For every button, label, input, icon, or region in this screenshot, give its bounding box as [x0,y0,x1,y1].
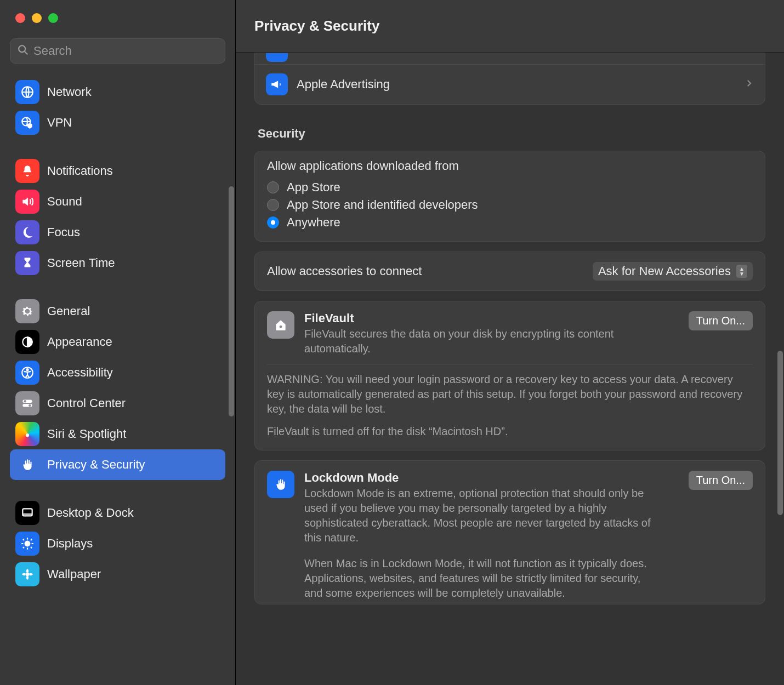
sidebar-item-wallpaper[interactable]: Wallpaper [10,559,225,590]
main-header: Privacy & Security [236,0,784,53]
svg-point-13 [25,541,30,546]
filevault-desc: FileVault secures the data on your disk … [304,327,628,356]
filevault-title: FileVault [304,311,679,326]
analytics-icon [266,53,288,62]
tracking-panel: Apple Advertising [254,53,765,105]
allow-apps-option-identified[interactable]: App Store and identified developers [267,196,753,214]
sidebar-item-label: Wallpaper [47,567,101,581]
apple-advertising-row[interactable]: Apple Advertising [255,64,765,104]
main-scrollbar[interactable] [777,351,783,515]
sidebar-item-network[interactable]: Network [10,77,225,107]
accessories-panel: Allow accessories to connect Ask for New… [254,252,765,291]
svg-rect-11 [22,509,32,516]
sidebar-nav: Network VPN Notifications Soun [0,71,235,685]
bell-icon [15,159,39,183]
svg-point-0 [19,45,25,52]
sidebar-item-desktop-dock[interactable]: Desktop & Dock [10,498,225,528]
accessories-select[interactable]: Ask for New Accessories ▲▼ [593,262,753,281]
lockdown-icon [267,471,294,498]
dock-icon [15,501,39,525]
sidebar-item-displays[interactable]: Displays [10,528,225,559]
apple-advertising-label: Apple Advertising [297,77,735,92]
filevault-turn-on-button[interactable]: Turn On... [689,311,753,330]
flower-icon [15,562,39,586]
svg-point-6 [26,369,28,370]
moon-icon [15,220,39,244]
accessibility-icon [15,361,39,385]
sidebar-item-label: Siri & Spotlight [47,427,126,441]
svg-point-10 [29,404,31,407]
svg-line-1 [25,51,28,54]
page-title: Privacy & Security [254,18,379,35]
sidebar-search[interactable] [10,38,225,64]
main-pane: Privacy & Security Apple Advertising Sec… [236,0,784,685]
lockdown-desc-1: Lockdown Mode is an extreme, optional pr… [304,486,655,545]
tracking-row-partial[interactable] [255,53,765,64]
close-window-button[interactable] [15,13,25,23]
security-heading: Security [258,127,762,141]
sidebar-item-vpn[interactable]: VPN [10,107,225,138]
globe-shield-icon [15,111,39,135]
sidebar-item-label: VPN [47,116,72,130]
sidebar-item-label: Accessibility [47,366,113,380]
radio-option-label: Anywhere [287,215,340,230]
radio-option-label: App Store [287,180,340,195]
allow-apps-option-anywhere[interactable]: Anywhere [267,214,753,231]
sidebar-item-appearance[interactable]: Appearance [10,327,225,357]
radio-icon [267,181,279,193]
sidebar-item-label: Privacy & Security [47,458,145,472]
svg-point-9 [24,400,26,402]
lockdown-desc-2: When Mac is in Lockdown Mode, it will no… [304,556,655,601]
sidebar-item-general[interactable]: General [10,296,225,327]
sidebar-item-focus[interactable]: Focus [10,217,225,248]
sidebar-item-label: Desktop & Dock [47,506,134,520]
sidebar-item-label: Network [47,85,92,99]
accessories-value: Ask for New Accessories [598,264,731,278]
sidebar-item-label: Displays [47,536,93,551]
sidebar-item-label: Appearance [47,335,112,349]
globe-icon [15,80,39,104]
up-down-stepper-icon: ▲▼ [736,265,747,278]
lockdown-panel: Lockdown Mode Lockdown Mode is an extrem… [254,460,765,604]
filevault-panel: FileVault FileVault secures the data on … [254,301,765,450]
hand-icon [15,453,39,477]
sidebar-item-label: Focus [47,225,80,239]
sidebar-item-notifications[interactable]: Notifications [10,156,225,186]
sidebar-item-label: Screen Time [47,256,115,270]
svg-point-14 [26,573,30,576]
accessories-label: Allow accessories to connect [267,264,422,278]
sidebar-item-label: Sound [47,195,82,209]
contrast-icon [15,330,39,354]
zoom-window-button[interactable] [48,13,58,23]
allow-apps-option-appstore[interactable]: App Store [267,179,753,196]
sidebar-item-sound[interactable]: Sound [10,186,225,217]
allow-apps-label: Allow applications downloaded from [267,159,753,173]
search-input[interactable] [33,44,218,58]
sidebar-item-label: Notifications [47,164,113,178]
radio-icon [267,199,279,211]
sidebar-item-screen-time[interactable]: Screen Time [10,248,225,278]
minimize-window-button[interactable] [32,13,42,23]
brightness-icon [15,532,39,556]
svg-point-15 [280,326,282,328]
lockdown-turn-on-button[interactable]: Turn On... [689,471,753,490]
hourglass-icon [15,251,39,275]
sidebar-item-control-center[interactable]: Control Center [10,388,225,419]
window-controls [0,0,235,23]
chevron-right-icon [744,78,754,91]
sidebar-item-accessibility[interactable]: Accessibility [10,357,225,388]
main-scroll-area[interactable]: Apple Advertising Security Allow applica… [236,53,784,685]
siri-icon [15,422,39,446]
sidebar-item-siri-spotlight[interactable]: Siri & Spotlight [10,419,225,449]
speaker-icon [15,190,39,214]
allow-apps-panel: Allow applications downloaded from App S… [254,151,765,242]
filevault-status: FileVault is turned off for the disk “Ma… [267,424,753,439]
sidebar-scrollbar[interactable] [229,186,234,416]
sidebar-item-label: Control Center [47,396,126,410]
sidebar-item-privacy-security[interactable]: Privacy & Security [10,449,225,480]
sidebar: Network VPN Notifications Soun [0,0,236,685]
filevault-warning: WARNING: You will need your login passwo… [267,372,753,416]
radio-icon [267,216,279,229]
radio-option-label: App Store and identified developers [287,198,478,212]
filevault-icon [267,311,294,339]
